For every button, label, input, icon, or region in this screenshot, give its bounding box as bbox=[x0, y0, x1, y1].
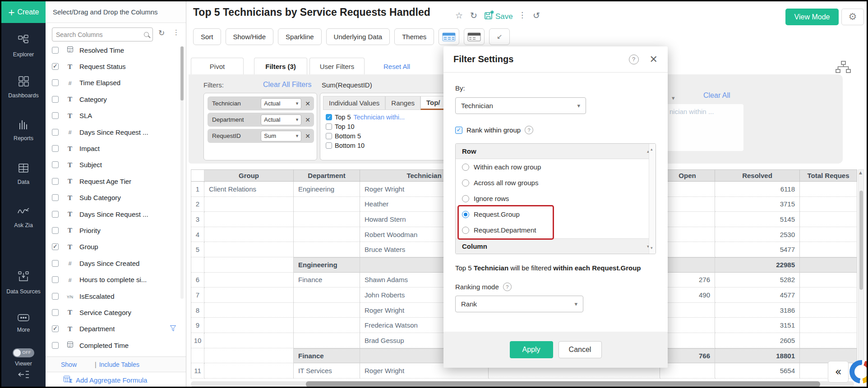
apply-button[interactable]: Apply bbox=[510, 341, 553, 358]
top5-option[interactable]: Top 5 Technician withi... bbox=[326, 114, 405, 121]
tab-top-bottom[interactable]: Top/ bbox=[420, 96, 446, 110]
checkbox-unchecked-icon[interactable] bbox=[52, 96, 59, 103]
table-vertical-scrollbar[interactable]: ▲ bbox=[858, 169, 864, 379]
column-item[interactable]: SLA bbox=[46, 108, 186, 124]
checkbox-checked-icon[interactable] bbox=[52, 63, 59, 70]
layout-blue-table-button[interactable] bbox=[439, 28, 459, 45]
bottom5-option[interactable]: Bottom 5 bbox=[326, 132, 361, 140]
column-item[interactable]: Completed Time bbox=[46, 337, 186, 353]
create-button[interactable]: + Create bbox=[1, 1, 46, 23]
tab-ranges[interactable]: Ranges bbox=[385, 96, 420, 110]
checkbox-unchecked-icon[interactable] bbox=[52, 276, 59, 283]
scrollbar-thumb[interactable] bbox=[180, 46, 184, 100]
clear-all-link[interactable]: Clear All bbox=[703, 91, 730, 100]
sort-button[interactable]: Sort bbox=[193, 28, 221, 45]
checkbox-unchecked-icon[interactable] bbox=[52, 178, 59, 185]
by-field-select[interactable]: Technician ▾ bbox=[455, 97, 586, 114]
checkbox-checked-icon[interactable] bbox=[52, 325, 59, 332]
filter-chip-requestid[interactable]: RequestID Sum▾ ✕ bbox=[208, 129, 314, 143]
column-item[interactable]: Resolved Time bbox=[46, 46, 186, 58]
table-horizontal-scrollbar[interactable] bbox=[191, 381, 854, 387]
checkbox-unchecked-icon[interactable] bbox=[52, 161, 59, 168]
layout-dark-table-button[interactable] bbox=[464, 28, 485, 45]
checkbox-unchecked-icon[interactable] bbox=[52, 79, 59, 86]
column-item[interactable]: Days Since Created bbox=[46, 255, 186, 271]
reset-all-link[interactable]: Reset All bbox=[383, 63, 410, 70]
search-columns-input[interactable] bbox=[56, 31, 144, 38]
tab-individual-values[interactable]: Individual Values bbox=[323, 96, 385, 110]
help-icon[interactable]: ? bbox=[525, 126, 533, 134]
checkbox-unchecked-icon[interactable] bbox=[52, 260, 59, 267]
view-mode-button[interactable]: View Mode bbox=[785, 9, 839, 25]
scrollbar-thumb[interactable] bbox=[859, 191, 863, 290]
show-link[interactable]: Show bbox=[61, 361, 77, 368]
radio-request-group[interactable]: Request.Group bbox=[456, 206, 656, 222]
checkbox-unchecked-icon[interactable] bbox=[326, 133, 332, 139]
column-item[interactable]: Time Elapsed bbox=[46, 75, 186, 91]
checkbox-unchecked-icon[interactable] bbox=[326, 142, 332, 149]
settings-gear-button[interactable]: ⚙ bbox=[841, 9, 864, 25]
radio-unselected-icon[interactable] bbox=[462, 164, 469, 171]
cancel-button[interactable]: Cancel bbox=[559, 341, 602, 358]
column-item[interactable]: Days Since Request ... bbox=[46, 124, 186, 140]
chevron-down-icon[interactable]: ▾ bbox=[672, 95, 675, 101]
remove-filter-icon[interactable]: ✕ bbox=[305, 133, 310, 139]
columns-scrollbar[interactable] bbox=[180, 46, 184, 299]
include-tables-link[interactable]: Include Tables bbox=[99, 361, 139, 368]
tab-filters[interactable]: Filters (3) bbox=[254, 58, 307, 74]
radio-selected-icon[interactable] bbox=[462, 211, 469, 218]
close-icon[interactable]: ✕ bbox=[650, 55, 658, 64]
scroll-up-icon[interactable]: ▲ bbox=[859, 171, 862, 175]
chip-agg-select[interactable]: Actual▾ bbox=[261, 114, 301, 125]
checkbox-unchecked-icon[interactable] bbox=[52, 309, 59, 316]
checkbox-unchecked-icon[interactable] bbox=[52, 342, 59, 349]
col-header-resolved[interactable]: Resolved bbox=[715, 169, 800, 182]
radio-request-department[interactable]: Request.Department bbox=[456, 222, 656, 238]
column-item[interactable]: Hours to complete si... bbox=[46, 271, 186, 288]
show-hide-button[interactable]: Show/Hide bbox=[226, 28, 274, 45]
radio-ignore-rows[interactable]: Ignore rows bbox=[456, 191, 656, 206]
column-item[interactable]: IsEscalated bbox=[46, 288, 186, 304]
save-button[interactable]: ✱ Save bbox=[484, 10, 513, 23]
sidebar-item-explorer[interactable]: Explorer bbox=[13, 34, 34, 58]
checkbox-unchecked-icon[interactable] bbox=[52, 145, 59, 152]
collapse-panel-button[interactable]: « bbox=[828, 361, 849, 383]
sidebar-item-data[interactable]: Data bbox=[18, 162, 29, 186]
column-item[interactable]: Service Category bbox=[46, 304, 186, 320]
checkbox-unchecked-icon[interactable] bbox=[52, 129, 59, 136]
column-item[interactable]: Request Age Tier bbox=[46, 173, 186, 189]
column-item[interactable]: Sub Category bbox=[46, 190, 186, 206]
filter-chip-technician[interactable]: Technician Actual▾ ✕ bbox=[208, 96, 314, 110]
tab-user-filters[interactable]: User Filters bbox=[309, 58, 365, 74]
clear-all-filters-link[interactable]: Clear All Filters bbox=[263, 81, 312, 89]
column-item[interactable]: Department bbox=[46, 321, 186, 337]
sidebar-item-reports[interactable]: Reports bbox=[14, 119, 33, 142]
radio-unselected-icon[interactable] bbox=[462, 195, 469, 202]
kebab-menu-icon[interactable]: ⋮ bbox=[173, 29, 180, 36]
checkbox-unchecked-icon[interactable] bbox=[52, 227, 59, 234]
col-header-group[interactable]: Group bbox=[204, 169, 294, 182]
top5-config-link[interactable]: Technician withi... bbox=[353, 114, 405, 121]
search-columns-box[interactable] bbox=[52, 27, 153, 41]
hierarchy-tree-icon[interactable] bbox=[835, 60, 851, 76]
sidebar-item-more[interactable]: More bbox=[17, 314, 30, 334]
remove-filter-icon[interactable]: ✕ bbox=[305, 100, 310, 107]
refresh-columns-icon[interactable]: ↻ bbox=[158, 29, 165, 37]
radio-across-all-row-groups[interactable]: Across all row groups bbox=[456, 175, 656, 191]
checkbox-unchecked-icon[interactable] bbox=[326, 123, 332, 130]
checkbox-unchecked-icon[interactable] bbox=[52, 211, 59, 218]
tab-pivot[interactable]: Pivot bbox=[191, 58, 244, 74]
top10-option[interactable]: Top 10 bbox=[326, 123, 355, 130]
radio-within-each-row-group[interactable]: Within each row group bbox=[456, 159, 656, 175]
col-header-department[interactable]: Department bbox=[294, 169, 360, 182]
chip-agg-select[interactable]: Sum▾ bbox=[261, 131, 301, 142]
sparkline-button[interactable]: Sparkline bbox=[278, 28, 322, 45]
checkbox-unchecked-icon[interactable] bbox=[52, 194, 59, 201]
filter-funnel-icon[interactable] bbox=[170, 325, 176, 333]
collapse-arrow-button[interactable]: ↙ bbox=[489, 28, 510, 45]
radio-unselected-icon[interactable] bbox=[462, 179, 469, 187]
filter-chip-department[interactable]: Department Actual▾ ✕ bbox=[208, 113, 314, 127]
column-item[interactable]: Category bbox=[46, 91, 186, 107]
checkbox-checked-icon[interactable] bbox=[52, 243, 59, 250]
collapse-sidebar-icon[interactable] bbox=[17, 370, 30, 381]
